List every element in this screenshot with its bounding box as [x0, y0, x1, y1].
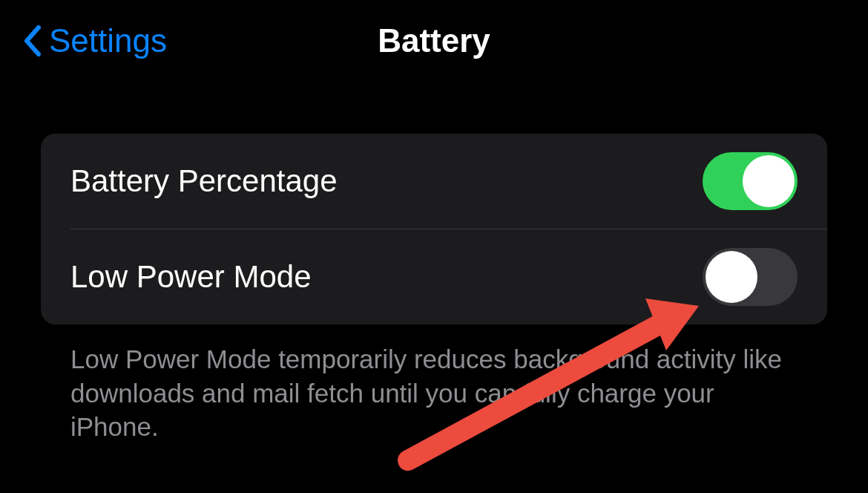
toggle-low-power-mode[interactable]	[703, 248, 798, 306]
toggle-knob	[743, 155, 795, 207]
page-title: Battery	[378, 22, 490, 59]
content: Battery Percentage Low Power Mode Low Po…	[0, 82, 868, 444]
back-button[interactable]: Settings	[22, 22, 167, 59]
row-low-power-mode[interactable]: Low Power Mode	[41, 229, 827, 324]
row-label: Low Power Mode	[70, 259, 312, 295]
row-battery-percentage[interactable]: Battery Percentage	[41, 134, 827, 229]
settings-group: Battery Percentage Low Power Mode	[41, 134, 827, 324]
row-label: Battery Percentage	[70, 163, 338, 199]
footer-description: Low Power Mode temporarily reduces backg…	[41, 324, 827, 444]
toggle-knob	[706, 251, 757, 303]
header: Settings Battery	[0, 0, 868, 82]
chevron-left-icon	[22, 25, 43, 57]
back-label: Settings	[49, 22, 167, 59]
toggle-battery-percentage[interactable]	[703, 152, 798, 210]
